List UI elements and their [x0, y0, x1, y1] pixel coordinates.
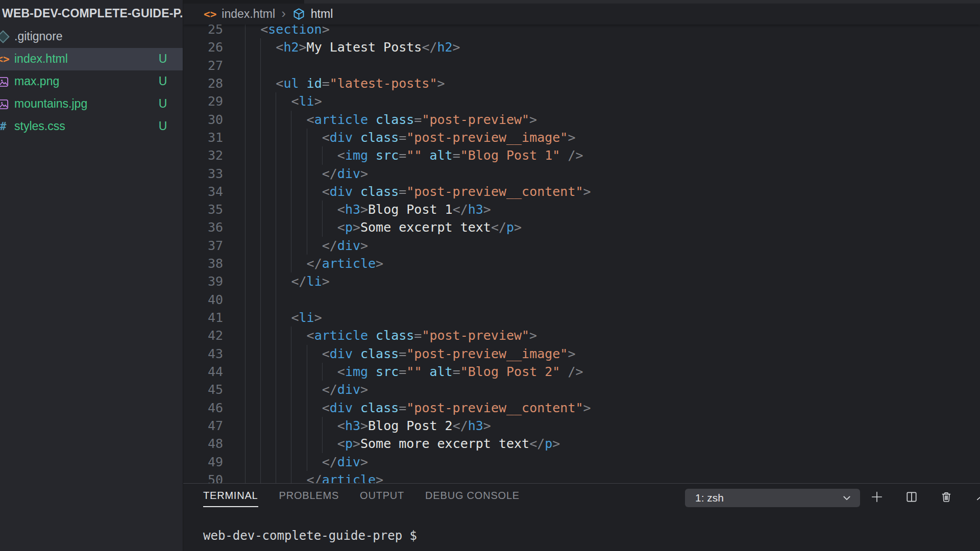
line-number[interactable]: 49 [183, 453, 223, 471]
code-text[interactable]: <li> [230, 92, 980, 110]
code-text[interactable]: </div> [230, 165, 980, 183]
code-text[interactable]: <h3>Blog Post 1</h3> [230, 201, 980, 218]
code-text[interactable]: <li> [230, 309, 980, 327]
terminal-prompt[interactable]: web-dev-complete-guide-prep $ [203, 528, 417, 543]
code-line[interactable]: 43<div class="post-preview__image"> [183, 345, 980, 363]
code-text[interactable]: <h3>Blog Post 2</h3> [230, 417, 980, 435]
line-number[interactable]: 46 [183, 399, 223, 417]
line-number[interactable]: 41 [183, 309, 223, 327]
line-number[interactable]: 40 [183, 291, 223, 309]
panel-tab-debug-console[interactable]: DEBUG CONSOLE [425, 490, 520, 507]
code-line[interactable]: 36<p>Some excerpt text</p> [183, 218, 980, 236]
code-line[interactable]: 40 [183, 291, 980, 309]
code-line[interactable]: 45</div> [183, 381, 980, 398]
code-text[interactable]: <img src="" alt="Blog Post 2" /> [230, 363, 980, 381]
code-line[interactable]: 48<p>Some more excerpt text</p> [183, 435, 980, 453]
code-line[interactable]: 27 [183, 57, 980, 74]
code-line[interactable]: 31<div class="post-preview__image"> [183, 129, 980, 146]
line-number[interactable]: 45 [183, 381, 223, 398]
code-line[interactable]: 47<h3>Blog Post 2</h3> [183, 417, 980, 435]
line-number[interactable]: 32 [183, 146, 223, 164]
line-number[interactable]: 44 [183, 363, 223, 381]
line-number[interactable]: 39 [183, 272, 223, 290]
code-text[interactable]: <p>Some more excerpt text</p> [230, 435, 980, 453]
workspace-folder-header[interactable]: WEB-DEV-COMPLETE-GUIDE-P... [2, 7, 183, 20]
line-number[interactable]: 26 [183, 38, 223, 56]
code-text[interactable]: <div class="post-preview__image"> [230, 129, 980, 146]
code-line[interactable]: 28<ul id="latest-posts"> [183, 74, 980, 92]
line-number[interactable]: 43 [183, 345, 223, 363]
indent-guide [291, 399, 291, 417]
indent-guide [307, 129, 307, 146]
code-line[interactable]: 35<h3>Blog Post 1</h3> [183, 201, 980, 218]
code-text[interactable]: <h2>My Latest Posts</h2> [230, 38, 980, 56]
code-line[interactable]: 37</div> [183, 237, 980, 255]
file-row-mountains-jpg[interactable]: mountains.jpgU [0, 93, 183, 115]
line-number[interactable]: 48 [183, 435, 223, 453]
line-number[interactable]: 38 [183, 255, 223, 272]
indent-guide [260, 237, 261, 255]
code-text[interactable]: </li> [230, 272, 980, 290]
code-text[interactable]: <img src="" alt="Blog Post 1" /> [230, 146, 980, 164]
code-text[interactable] [230, 291, 980, 309]
code-line[interactable]: 46<div class="post-preview__content"> [183, 399, 980, 417]
terminal-shell-select[interactable]: 1: zsh [685, 489, 860, 507]
split-terminal-button[interactable] [904, 489, 919, 505]
code-line[interactable]: 32<img src="" alt="Blog Post 1" /> [183, 146, 980, 164]
panel-tab-output[interactable]: OUTPUT [360, 490, 404, 507]
new-terminal-button[interactable] [869, 489, 885, 505]
code-line[interactable]: 41<li> [183, 309, 980, 327]
code-area[interactable]: 25<section>26<h2>My Latest Posts</h2>272… [183, 20, 980, 483]
maximize-panel-icon[interactable] [974, 491, 980, 506]
code-line[interactable]: 30<article class="post-preview"> [183, 111, 980, 129]
code-text[interactable]: <div class="post-preview__content"> [230, 183, 980, 201]
code-tokens: </div> [230, 238, 368, 253]
sidebar-divider[interactable] [183, 0, 183, 551]
file-row-index-html[interactable]: <>index.htmlU [0, 48, 183, 70]
code-text[interactable]: </div> [230, 381, 980, 398]
panel-tab-terminal[interactable]: TERMINAL [203, 490, 258, 507]
code-line[interactable]: 50</article> [183, 471, 980, 483]
line-number[interactable]: 36 [183, 218, 223, 236]
line-number[interactable]: 47 [183, 417, 223, 435]
code-text[interactable]: <article class="post-preview"> [230, 111, 980, 129]
editor[interactable]: <> index.html › html 25<section>26<h2>My… [183, 0, 980, 483]
line-number[interactable]: 37 [183, 237, 223, 255]
line-number[interactable]: 33 [183, 165, 223, 183]
code-text[interactable]: <div class="post-preview__image"> [230, 345, 980, 363]
code-text[interactable]: </div> [230, 237, 980, 255]
line-number[interactable]: 35 [183, 201, 223, 218]
file-row-max-png[interactable]: max.pngU [0, 70, 183, 93]
code-line[interactable]: 42<article class="post-preview"> [183, 327, 980, 344]
code-line[interactable]: 34<div class="post-preview__content"> [183, 183, 980, 201]
line-number[interactable]: 27 [183, 57, 223, 74]
code-line[interactable]: 44<img src="" alt="Blog Post 2" /> [183, 363, 980, 381]
panel-tab-problems[interactable]: PROBLEMS [279, 490, 339, 507]
code-line[interactable]: 49</div> [183, 453, 980, 471]
line-number[interactable]: 29 [183, 92, 223, 110]
code-line[interactable]: 33</div> [183, 165, 980, 183]
code-text[interactable]: <article class="post-preview"> [230, 327, 980, 344]
code-line[interactable]: 39</li> [183, 272, 980, 290]
code-text[interactable] [230, 57, 980, 74]
breadcrumb-symbol[interactable]: html [311, 7, 333, 21]
file-row-gitignore[interactable]: .gitignore [0, 26, 183, 48]
code-text[interactable]: <ul id="latest-posts"> [230, 74, 980, 92]
code-text[interactable]: </div> [230, 453, 980, 471]
code-text[interactable]: </article> [230, 471, 980, 483]
line-number[interactable]: 28 [183, 74, 223, 92]
line-number[interactable]: 34 [183, 183, 223, 201]
code-line[interactable]: 29<li> [183, 92, 980, 110]
breadcrumb-file[interactable]: index.html [222, 7, 275, 21]
code-text[interactable]: <div class="post-preview__content"> [230, 399, 980, 417]
kill-terminal-button[interactable] [939, 489, 954, 505]
line-number[interactable]: 42 [183, 327, 223, 344]
code-text[interactable]: </article> [230, 255, 980, 272]
code-line[interactable]: 26<h2>My Latest Posts</h2> [183, 38, 980, 56]
code-text[interactable]: <p>Some excerpt text</p> [230, 218, 980, 236]
line-number[interactable]: 31 [183, 129, 223, 146]
code-line[interactable]: 38</article> [183, 255, 980, 272]
line-number[interactable]: 50 [183, 471, 223, 483]
file-row-styles-css[interactable]: #styles.cssU [0, 115, 183, 138]
line-number[interactable]: 30 [183, 111, 223, 129]
